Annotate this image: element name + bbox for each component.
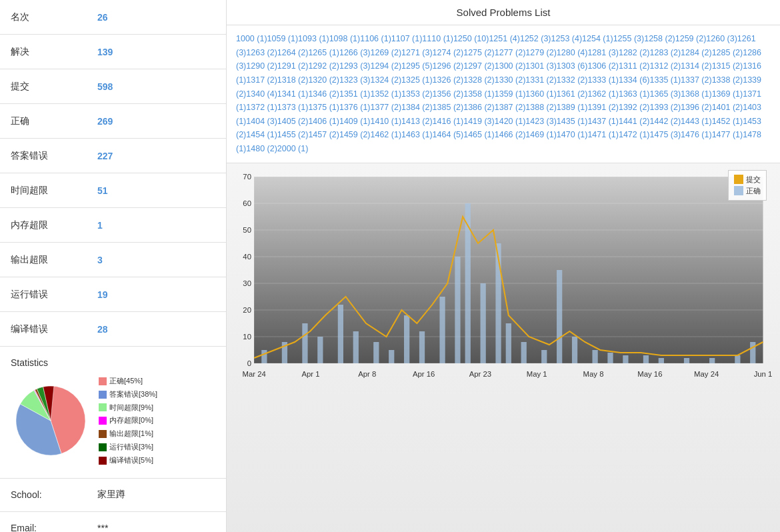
right-panel: Solved Problems List 1000 (1)1059 (1)109… [227, 0, 780, 532]
pie-legend: 正确[45%] 答案错误[38%] 时间超限[9%] 内存超限[0%] 输出超限… [99, 375, 157, 467]
legend-color-box [99, 417, 107, 425]
stat-value: 598 [97, 81, 113, 92]
stat-label: 输出超限 [11, 254, 97, 266]
svg-text:Jun 1: Jun 1 [754, 370, 773, 378]
legend-item: 内存超限[0%] [99, 414, 157, 427]
svg-rect-42 [506, 323, 511, 363]
legend-item: 编译错误[5%] [99, 454, 157, 467]
stat-row: 正确 269 [0, 104, 226, 139]
stat-row: 名次 26 [0, 0, 226, 35]
legend-submit-item: 提交 [734, 175, 761, 185]
legend-item: 时间超限[9%] [99, 401, 157, 415]
svg-text:Apr 16: Apr 16 [413, 370, 435, 378]
problems-list[interactable]: 1000 (1)1059 (1)1093 (1)1098 (1)1106 (1)… [227, 25, 780, 163]
legend-correct-color [734, 186, 743, 195]
legend-correct-item: 正确 [734, 186, 761, 196]
legend-item: 运行错误[3%] [99, 441, 157, 454]
legend-item: 答案错误[38%] [99, 388, 157, 401]
stat-label: 时间超限 [11, 185, 97, 197]
stat-row: 内存超限 1 [0, 208, 226, 243]
chart-area: 提交 正确 010203040506070Mar 24Apr 1Apr 8Apr… [227, 163, 780, 532]
stat-label: 答案错误 [11, 150, 97, 162]
stat-label: 名次 [11, 11, 97, 23]
svg-text:10: 10 [243, 333, 251, 341]
svg-rect-31 [338, 305, 343, 363]
svg-rect-44 [541, 350, 547, 363]
svg-rect-34 [389, 350, 394, 363]
stat-value: 51 [97, 185, 108, 196]
svg-rect-45 [557, 270, 562, 363]
legend-color-box [99, 403, 107, 411]
svg-text:20: 20 [243, 306, 251, 314]
legend-text: 编译错误[5%] [109, 454, 153, 467]
svg-rect-39 [465, 203, 471, 363]
svg-rect-46 [572, 337, 577, 363]
legend-text: 内存超限[0%] [109, 414, 153, 427]
svg-rect-35 [404, 315, 409, 363]
email-row: Email: *** [0, 512, 226, 532]
line-chart: 010203040506070Mar 24Apr 1Apr 8Apr 16Apr… [230, 170, 773, 397]
legend-item: 正确[45%] [99, 375, 157, 388]
stat-value: 227 [97, 151, 113, 161]
stat-row: 输出超限 3 [0, 243, 226, 277]
legend-color-box [99, 377, 107, 385]
svg-text:Apr 8: Apr 8 [358, 370, 376, 378]
svg-rect-27 [261, 350, 267, 363]
svg-rect-40 [481, 283, 486, 363]
svg-rect-50 [643, 355, 649, 363]
stat-value: 3 [97, 255, 103, 265]
legend-correct-label: 正确 [746, 186, 761, 196]
legend-submit-color [734, 175, 743, 184]
svg-rect-32 [353, 331, 359, 363]
stat-value: 139 [97, 47, 113, 57]
stat-row: 运行错误 19 [0, 277, 226, 312]
svg-text:60: 60 [243, 199, 251, 207]
stat-label: 解决 [11, 46, 97, 58]
stat-row: 解决 139 [0, 35, 226, 69]
svg-text:May 8: May 8 [583, 370, 604, 378]
legend-item: 输出超限[1%] [99, 427, 157, 441]
stat-row: 编译错误 28 [0, 312, 226, 347]
legend-text: 时间超限[9%] [109, 401, 153, 415]
legend-submit-label: 提交 [746, 175, 761, 185]
svg-rect-47 [592, 350, 597, 363]
pie-chart [11, 381, 91, 461]
svg-rect-43 [521, 342, 527, 363]
legend-color-box [99, 457, 107, 465]
svg-rect-53 [709, 358, 715, 363]
svg-text:30: 30 [243, 279, 251, 287]
left-panel: 名次 26解决 139提交 598正确 269答案错误 227时间超限 51内存… [0, 0, 227, 532]
svg-rect-38 [455, 257, 460, 363]
svg-text:70: 70 [243, 173, 251, 181]
stat-value: 1 [97, 220, 103, 231]
legend-text: 输出超限[1%] [109, 427, 153, 441]
svg-rect-51 [659, 358, 664, 363]
svg-text:Apr 23: Apr 23 [469, 370, 491, 378]
stat-label: 编译错误 [11, 323, 97, 335]
svg-rect-36 [419, 331, 425, 363]
stat-value: 28 [97, 324, 108, 335]
svg-rect-55 [750, 342, 755, 363]
svg-text:May 16: May 16 [637, 370, 662, 378]
email-label: Email: [11, 523, 97, 532]
statistics-label: Statistics [11, 357, 215, 368]
legend-color-box [99, 443, 107, 451]
svg-rect-48 [607, 353, 613, 363]
stat-row: 提交 598 [0, 69, 226, 104]
svg-text:Mar 24: Mar 24 [242, 370, 265, 378]
svg-text:50: 50 [243, 226, 251, 234]
stat-value: 26 [97, 12, 108, 23]
svg-text:May 24: May 24 [694, 370, 719, 378]
stat-label: 提交 [11, 81, 97, 93]
svg-rect-37 [439, 297, 445, 363]
stat-label: 运行错误 [11, 289, 97, 301]
stat-row: 答案错误 227 [0, 139, 226, 173]
svg-rect-54 [735, 355, 740, 363]
svg-rect-33 [373, 342, 379, 363]
svg-text:0: 0 [247, 359, 251, 367]
legend-text: 运行错误[3%] [109, 441, 153, 454]
stat-row: 时间超限 51 [0, 173, 226, 208]
svg-rect-52 [684, 358, 689, 363]
school-row: School: 家里蹲 [0, 479, 226, 512]
svg-rect-30 [317, 337, 323, 363]
